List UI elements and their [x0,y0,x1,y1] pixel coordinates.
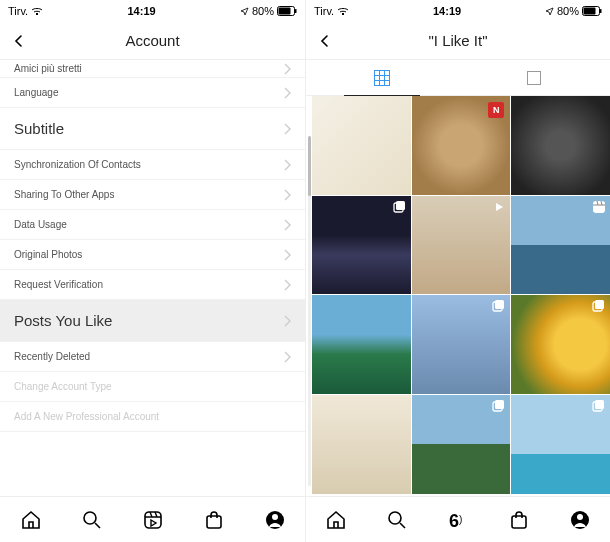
multi-icon [492,299,506,313]
clock: 14:19 [128,5,156,17]
back-button[interactable] [8,30,30,52]
battery-icon [582,6,602,16]
multi-icon [592,399,606,413]
svg-point-7 [272,514,278,520]
row-label: Original Photos [14,249,82,260]
chevron-right-icon [283,189,291,201]
wifi-icon [31,6,43,16]
chevron-right-icon [283,249,291,261]
svg-rect-15 [593,201,605,213]
status-bar: Tirv. 14:19 80% [306,0,610,22]
bottom-nav: 6) [306,496,610,542]
nav-reels[interactable]: 6) [445,507,471,533]
settings-row-data[interactable]: Data Usage [0,210,305,240]
settings-row-sync[interactable]: Synchronization Of Contacts [0,150,305,180]
chevron-right-icon [283,123,291,135]
nav-home[interactable] [18,507,44,533]
nav-profile[interactable] [262,507,288,533]
photo-tile[interactable] [312,395,411,494]
nav-shop[interactable] [201,507,227,533]
grid-icon [374,70,390,86]
settings-row-posts-you-like[interactable]: Posts You Like [0,300,305,342]
photo-tile[interactable] [312,295,411,394]
reel-icon [592,200,606,214]
page-header: Account [0,22,305,60]
svg-rect-11 [375,70,390,85]
battery-label: 80% [557,5,579,17]
back-button[interactable] [314,30,336,52]
carrier-label: Tirv. [8,5,28,17]
battery-label: 80% [252,5,274,17]
bottom-nav [0,496,305,542]
svg-rect-1 [279,8,291,15]
photo-tile[interactable] [511,295,610,394]
view-tabs [306,60,610,96]
carrier-label: Tirv. [314,5,334,17]
row-label: Data Usage [14,219,67,230]
photo-tile[interactable] [312,196,411,295]
liked-content: N [306,96,610,496]
row-label: Posts You Like [14,312,112,329]
photo-grid: N [312,96,610,494]
phone-right: Tirv. 14:19 80% "I Like It" [305,0,610,542]
nav-reels[interactable] [140,507,166,533]
settings-row-subtitle[interactable]: Subtitle [0,108,305,150]
multi-icon [393,200,407,214]
settings-row-account-type[interactable]: Change Account Type [0,372,305,402]
photo-tile[interactable] [412,295,511,394]
nav-shop[interactable] [506,507,532,533]
chevron-right-icon [283,315,291,327]
settings-row-friends[interactable]: Amici più stretti [0,60,305,78]
row-label: Amici più stretti [14,63,82,74]
feed-icon [527,71,541,85]
page-header: "I Like It" [306,22,610,60]
settings-row-language[interactable]: Language [0,78,305,108]
settings-row-sharing[interactable]: Sharing To Other Apps [0,180,305,210]
settings-row-recent[interactable]: Recently Deleted [0,342,305,372]
row-label: Change Account Type [14,381,112,392]
photo-tile[interactable] [511,196,610,295]
svg-rect-2 [295,9,297,13]
svg-rect-12 [528,71,541,84]
photo-tile[interactable] [312,96,411,195]
settings-row-add-pro[interactable]: Add A New Professional Account [0,402,305,432]
photo-tile[interactable] [511,395,610,494]
photo-tile[interactable] [511,96,610,195]
page-title: "I Like It" [428,32,487,49]
row-label: Subtitle [14,120,64,137]
photo-tile[interactable]: N [412,96,511,195]
nav-home[interactable] [323,507,349,533]
svg-point-3 [84,512,96,524]
svg-rect-10 [600,9,602,13]
multi-icon [592,299,606,313]
settings-row-verify[interactable]: Request Verification [0,270,305,300]
chevron-right-icon [283,63,291,75]
row-label: Add A New Professional Account [14,411,159,422]
photo-tile[interactable] [412,196,511,295]
row-label: Sharing To Other Apps [14,189,114,200]
row-label: Recently Deleted [14,351,90,362]
clock: 14:19 [433,5,461,17]
settings-row-original[interactable]: Original Photos [0,240,305,270]
phone-left: Tirv. 14:19 80% Account Amici più strett… [0,0,305,542]
svg-rect-27 [512,516,526,528]
page-title: Account [125,32,179,49]
settings-list: Amici più stretti Language Subtitle Sync… [0,60,305,432]
wifi-icon [337,6,349,16]
settings-content: Amici più stretti Language Subtitle Sync… [0,60,305,496]
nav-search[interactable] [384,507,410,533]
app-badge-icon: N [488,102,504,118]
row-label: Request Verification [14,279,103,290]
svg-point-29 [577,514,583,520]
svg-text:6: 6 [449,511,459,531]
tab-feed[interactable] [458,60,610,95]
svg-text:): ) [459,514,462,525]
svg-rect-9 [584,8,596,15]
scrollbar[interactable] [308,136,311,486]
nav-profile[interactable] [567,507,593,533]
chevron-right-icon [283,219,291,231]
nav-search[interactable] [79,507,105,533]
chevron-right-icon [283,159,291,171]
tab-grid[interactable] [306,60,458,95]
photo-tile[interactable] [412,395,511,494]
